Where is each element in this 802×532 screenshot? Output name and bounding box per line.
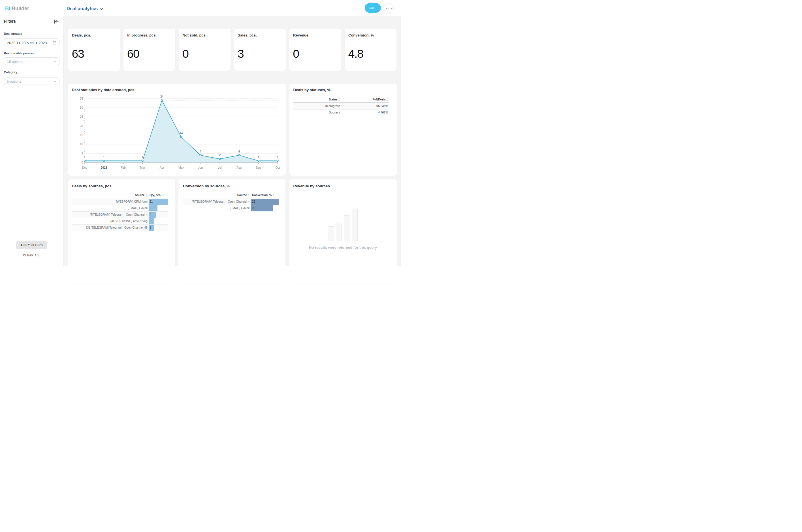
- svg-text:Jun: Jun: [198, 166, 202, 169]
- svg-text:10: 10: [79, 142, 83, 146]
- svg-text:Apr: Apr: [160, 166, 164, 169]
- svg-text:0: 0: [81, 161, 83, 164]
- svg-text:1: 1: [103, 155, 105, 158]
- svg-text:Aug: Aug: [236, 166, 241, 169]
- svg-text:15: 15: [79, 133, 83, 136]
- svg-text:Mar: Mar: [140, 166, 145, 169]
- svg-text:5: 5: [81, 152, 83, 155]
- svg-text:1: 1: [142, 155, 143, 158]
- svg-text:Jul: Jul: [218, 166, 221, 169]
- svg-text:35: 35: [79, 97, 83, 100]
- svg-text:May: May: [178, 166, 184, 169]
- svg-text:30: 30: [79, 106, 83, 109]
- svg-text:Sep: Sep: [256, 166, 261, 169]
- svg-text:Oct: Oct: [275, 166, 280, 169]
- svg-text:1: 1: [257, 155, 259, 158]
- svg-text:2: 2: [219, 154, 221, 157]
- svg-text:Feb: Feb: [121, 166, 126, 169]
- svg-text:2023: 2023: [101, 166, 107, 169]
- svg-text:14: 14: [180, 132, 183, 135]
- svg-text:34: 34: [160, 95, 164, 98]
- svg-text:25: 25: [79, 115, 83, 118]
- svg-text:1: 1: [277, 155, 278, 158]
- svg-text:Dec: Dec: [82, 166, 87, 169]
- svg-text:1: 1: [84, 155, 86, 158]
- svg-text:4: 4: [200, 150, 201, 153]
- svg-text:4: 4: [238, 150, 240, 153]
- svg-text:20: 20: [79, 124, 83, 127]
